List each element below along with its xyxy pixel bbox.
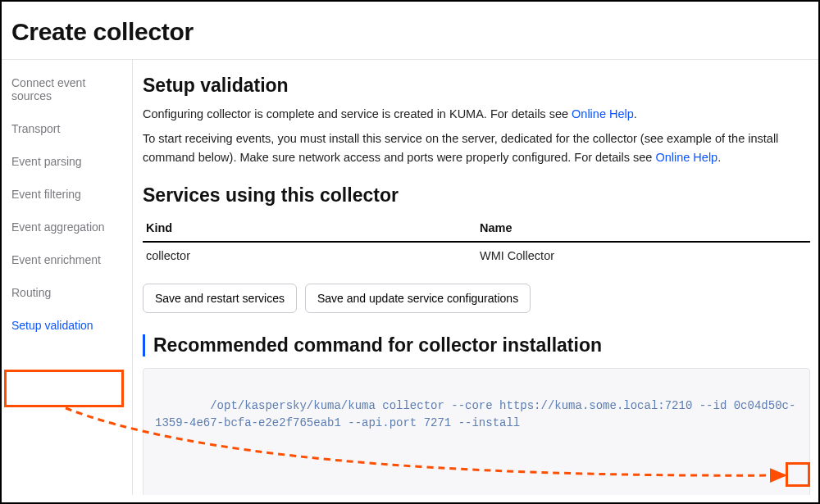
sidebar-item-event-aggregation[interactable]: Event aggregation [2,211,132,243]
sidebar-item-connect-event-sources[interactable]: Connect event sources [2,66,132,112]
cell-kind: collector [143,242,476,269]
desc-1: Configuring collector is complete and se… [143,105,810,123]
recommended-command-heading: Recommended command for collector instal… [153,334,810,356]
command-text: /opt/kaspersky/kuma/kuma collector --cor… [155,399,795,429]
page-title: Create collector [11,18,809,46]
command-box: /opt/kaspersky/kuma/kuma collector --cor… [143,368,810,495]
sidebar-item-transport[interactable]: Transport [2,112,132,145]
desc-2: To start receiving events, you must inst… [143,129,810,166]
sidebar-item-setup-validation[interactable]: Setup validation [2,309,132,342]
desc-1-text: Configuring collector is complete and se… [143,107,572,120]
sidebar: Connect event sources Transport Event pa… [2,60,133,495]
setup-validation-heading: Setup validation [143,75,810,97]
col-kind: Kind [143,215,476,242]
desc-2-post: . [718,151,721,164]
sidebar-item-event-filtering[interactable]: Event filtering [2,178,132,211]
online-help-link-1[interactable]: Online Help [572,107,634,120]
copy-icon[interactable] [786,474,803,491]
col-name: Name [476,215,810,242]
save-update-button[interactable]: Save and update service configurations [305,284,531,313]
sidebar-item-event-enrichment[interactable]: Event enrichment [2,243,132,276]
services-heading: Services using this collector [143,184,810,207]
sidebar-item-routing[interactable]: Routing [2,276,132,309]
sidebar-item-event-parsing[interactable]: Event parsing [2,145,132,178]
online-help-link-2[interactable]: Online Help [655,151,718,164]
cell-name: WMI Collector [476,242,810,269]
services-table: Kind Name collector WMI Collector [143,215,810,269]
desc-1-post: . [634,107,637,120]
save-restart-button[interactable]: Save and restart services [143,284,297,313]
table-row: collector WMI Collector [143,242,810,269]
content: Setup validation Configuring collector i… [133,60,818,495]
